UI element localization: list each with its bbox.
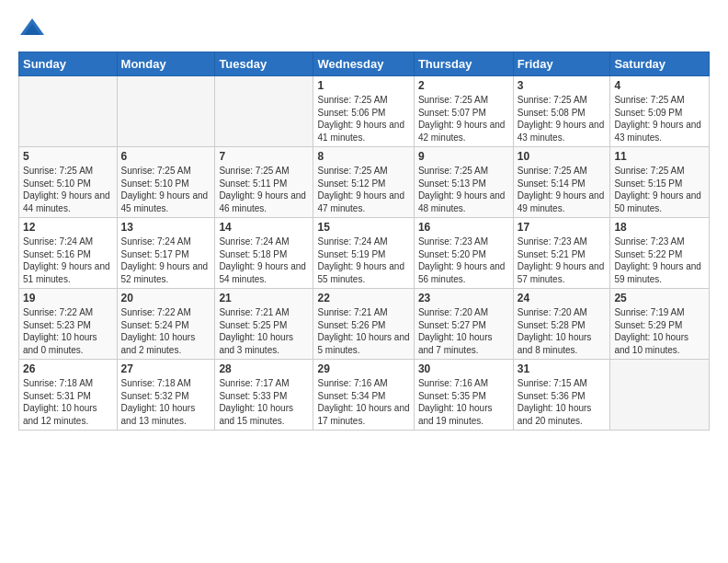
weekday-header-row: SundayMondayTuesdayWednesdayThursdayFrid… — [19, 52, 710, 76]
day-info: Sunrise: 7:21 AM Sunset: 5:26 PM Dayligh… — [317, 306, 409, 356]
day-cell: 24Sunrise: 7:20 AM Sunset: 5:28 PM Dayli… — [513, 289, 610, 360]
day-info: Sunrise: 7:21 AM Sunset: 5:25 PM Dayligh… — [219, 306, 309, 356]
day-number: 30 — [418, 362, 509, 375]
day-info: Sunrise: 7:25 AM Sunset: 5:13 PM Dayligh… — [418, 165, 509, 214]
day-info: Sunrise: 7:25 AM Sunset: 5:10 PM Dayligh… — [23, 165, 113, 214]
week-row-2: 5Sunrise: 7:25 AM Sunset: 5:10 PM Daylig… — [19, 147, 710, 218]
week-row-3: 12Sunrise: 7:24 AM Sunset: 5:16 PM Dayli… — [19, 218, 710, 289]
day-number: 8 — [317, 150, 409, 163]
day-info: Sunrise: 7:17 AM Sunset: 5:33 PM Dayligh… — [219, 377, 309, 427]
day-cell: 14Sunrise: 7:24 AM Sunset: 5:18 PM Dayli… — [215, 218, 313, 289]
day-number: 1 — [317, 79, 409, 92]
day-info: Sunrise: 7:20 AM Sunset: 5:28 PM Dayligh… — [518, 306, 607, 356]
day-cell: 8Sunrise: 7:25 AM Sunset: 5:12 PM Daylig… — [313, 147, 414, 218]
week-row-1: 1Sunrise: 7:25 AM Sunset: 5:06 PM Daylig… — [19, 76, 710, 147]
day-info: Sunrise: 7:16 AM Sunset: 5:35 PM Dayligh… — [418, 377, 509, 427]
day-cell: 28Sunrise: 7:17 AM Sunset: 5:33 PM Dayli… — [215, 360, 313, 431]
day-info: Sunrise: 7:25 AM Sunset: 5:09 PM Dayligh… — [614, 94, 705, 144]
logo-icon — [18, 15, 46, 42]
weekday-header-friday: Friday — [513, 52, 610, 76]
day-number: 24 — [518, 292, 607, 304]
day-number: 19 — [23, 292, 113, 304]
day-cell: 25Sunrise: 7:19 AM Sunset: 5:29 PM Dayli… — [610, 289, 710, 360]
calendar-table: SundayMondayTuesdayWednesdayThursdayFrid… — [18, 52, 710, 431]
day-cell: 4Sunrise: 7:25 AM Sunset: 5:09 PM Daylig… — [610, 76, 710, 147]
day-info: Sunrise: 7:22 AM Sunset: 5:23 PM Dayligh… — [23, 306, 113, 356]
day-info: Sunrise: 7:19 AM Sunset: 5:29 PM Dayligh… — [614, 306, 705, 356]
day-cell: 22Sunrise: 7:21 AM Sunset: 5:26 PM Dayli… — [313, 289, 414, 360]
day-info: Sunrise: 7:18 AM Sunset: 5:31 PM Dayligh… — [23, 377, 113, 427]
week-row-4: 19Sunrise: 7:22 AM Sunset: 5:23 PM Dayli… — [19, 289, 710, 360]
day-number: 14 — [219, 221, 309, 234]
day-cell: 15Sunrise: 7:24 AM Sunset: 5:19 PM Dayli… — [313, 218, 414, 289]
day-cell — [117, 76, 215, 147]
day-cell — [215, 76, 313, 147]
day-number: 5 — [23, 150, 113, 163]
day-number: 7 — [219, 150, 309, 163]
day-number: 25 — [614, 292, 705, 304]
day-number: 20 — [121, 292, 211, 304]
day-number: 13 — [121, 221, 211, 234]
day-number: 29 — [317, 362, 409, 375]
day-cell: 21Sunrise: 7:21 AM Sunset: 5:25 PM Dayli… — [215, 289, 313, 360]
day-cell: 20Sunrise: 7:22 AM Sunset: 5:24 PM Dayli… — [117, 289, 215, 360]
weekday-header-tuesday: Tuesday — [215, 52, 313, 76]
day-cell: 11Sunrise: 7:25 AM Sunset: 5:15 PM Dayli… — [610, 147, 710, 218]
day-cell: 18Sunrise: 7:23 AM Sunset: 5:22 PM Dayli… — [610, 218, 710, 289]
day-info: Sunrise: 7:15 AM Sunset: 5:36 PM Dayligh… — [518, 377, 607, 427]
day-info: Sunrise: 7:18 AM Sunset: 5:32 PM Dayligh… — [121, 377, 211, 427]
day-cell: 17Sunrise: 7:23 AM Sunset: 5:21 PM Dayli… — [513, 218, 610, 289]
day-info: Sunrise: 7:25 AM Sunset: 5:11 PM Dayligh… — [219, 165, 309, 214]
day-info: Sunrise: 7:25 AM Sunset: 5:10 PM Dayligh… — [121, 165, 211, 214]
day-number: 3 — [518, 79, 607, 92]
day-cell: 9Sunrise: 7:25 AM Sunset: 5:13 PM Daylig… — [414, 147, 513, 218]
day-info: Sunrise: 7:25 AM Sunset: 5:12 PM Dayligh… — [317, 165, 409, 214]
day-info: Sunrise: 7:22 AM Sunset: 5:24 PM Dayligh… — [121, 306, 211, 356]
day-cell: 6Sunrise: 7:25 AM Sunset: 5:10 PM Daylig… — [117, 147, 215, 218]
day-info: Sunrise: 7:23 AM Sunset: 5:21 PM Dayligh… — [518, 236, 607, 285]
day-cell: 19Sunrise: 7:22 AM Sunset: 5:23 PM Dayli… — [19, 289, 118, 360]
day-info: Sunrise: 7:25 AM Sunset: 5:14 PM Dayligh… — [518, 165, 607, 214]
weekday-header-saturday: Saturday — [610, 52, 710, 76]
day-cell — [610, 360, 710, 431]
day-cell: 16Sunrise: 7:23 AM Sunset: 5:20 PM Dayli… — [414, 218, 513, 289]
day-cell: 12Sunrise: 7:24 AM Sunset: 5:16 PM Dayli… — [19, 218, 118, 289]
weekday-header-thursday: Thursday — [414, 52, 513, 76]
header — [18, 15, 710, 42]
week-row-5: 26Sunrise: 7:18 AM Sunset: 5:31 PM Dayli… — [19, 360, 710, 431]
day-cell: 2Sunrise: 7:25 AM Sunset: 5:07 PM Daylig… — [414, 76, 513, 147]
day-number: 16 — [418, 221, 509, 234]
day-info: Sunrise: 7:25 AM Sunset: 5:15 PM Dayligh… — [614, 165, 705, 214]
day-info: Sunrise: 7:24 AM Sunset: 5:16 PM Dayligh… — [23, 236, 113, 285]
day-cell: 30Sunrise: 7:16 AM Sunset: 5:35 PM Dayli… — [414, 360, 513, 431]
day-number: 15 — [317, 221, 409, 234]
day-number: 4 — [614, 79, 705, 92]
day-cell: 10Sunrise: 7:25 AM Sunset: 5:14 PM Dayli… — [513, 147, 610, 218]
day-cell: 3Sunrise: 7:25 AM Sunset: 5:08 PM Daylig… — [513, 76, 610, 147]
day-cell: 23Sunrise: 7:20 AM Sunset: 5:27 PM Dayli… — [414, 289, 513, 360]
day-number: 22 — [317, 292, 409, 304]
logo — [18, 15, 50, 42]
day-number: 11 — [614, 150, 705, 163]
day-info: Sunrise: 7:20 AM Sunset: 5:27 PM Dayligh… — [418, 306, 509, 356]
day-info: Sunrise: 7:25 AM Sunset: 5:08 PM Dayligh… — [518, 94, 607, 144]
day-info: Sunrise: 7:24 AM Sunset: 5:19 PM Dayligh… — [317, 236, 409, 285]
day-cell: 29Sunrise: 7:16 AM Sunset: 5:34 PM Dayli… — [313, 360, 414, 431]
day-info: Sunrise: 7:23 AM Sunset: 5:22 PM Dayligh… — [614, 236, 705, 285]
day-info: Sunrise: 7:25 AM Sunset: 5:06 PM Dayligh… — [317, 94, 409, 144]
day-info: Sunrise: 7:25 AM Sunset: 5:07 PM Dayligh… — [418, 94, 509, 144]
day-number: 28 — [219, 362, 309, 375]
weekday-header-monday: Monday — [117, 52, 215, 76]
day-number: 21 — [219, 292, 309, 304]
day-cell: 5Sunrise: 7:25 AM Sunset: 5:10 PM Daylig… — [19, 147, 118, 218]
day-number: 9 — [418, 150, 509, 163]
day-number: 26 — [23, 362, 113, 375]
day-info: Sunrise: 7:16 AM Sunset: 5:34 PM Dayligh… — [317, 377, 409, 427]
day-number: 10 — [518, 150, 607, 163]
day-cell — [19, 76, 118, 147]
day-cell: 27Sunrise: 7:18 AM Sunset: 5:32 PM Dayli… — [117, 360, 215, 431]
day-number: 6 — [121, 150, 211, 163]
day-number: 31 — [518, 362, 607, 375]
day-number: 2 — [418, 79, 509, 92]
page: SundayMondayTuesdayWednesdayThursdayFrid… — [0, 0, 728, 563]
